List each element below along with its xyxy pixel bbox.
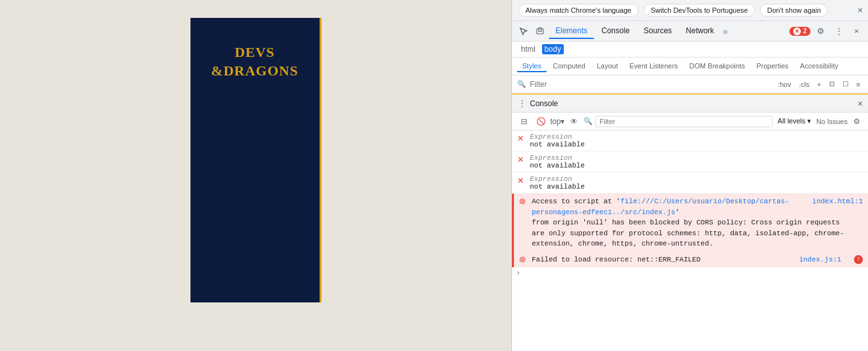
- expression-label-2: Expression: [530, 154, 863, 162]
- expression-value-3: not available: [530, 183, 863, 191]
- title-ampersand: &: [211, 63, 223, 79]
- error-badge-icon: ✕: [793, 27, 801, 35]
- tab-event-listeners[interactable]: Event Listeners: [624, 61, 683, 72]
- tab-computed[interactable]: Computed: [548, 61, 591, 72]
- console-clear-button[interactable]: 🚫: [534, 114, 548, 129]
- console-error-failed: ⊗ index.js:1 ! Failed to load resource: …: [512, 252, 868, 268]
- add-style-button[interactable]: +: [814, 79, 823, 90]
- switch-language-button[interactable]: Switch DevTools to Portuguese: [644, 4, 755, 17]
- filter-buttons: :hov .cls + ⊡ ☐ ≡: [775, 79, 863, 90]
- console-close-button[interactable]: ×: [858, 98, 863, 109]
- dont-show-again-button[interactable]: Don't show again: [760, 4, 828, 17]
- hov-button[interactable]: :hov: [775, 79, 794, 90]
- inspect-element-icon[interactable]: [516, 24, 531, 39]
- tab-layout[interactable]: Layout: [592, 61, 623, 72]
- expression-value-2: not available: [530, 162, 863, 169]
- more-style-button[interactable]: ⊡: [826, 79, 837, 90]
- title-line2: DRAGONS: [224, 63, 298, 79]
- failed-error-text: index.js:1 ! Failed to load resource: ne…: [532, 254, 863, 265]
- dom-tag-body[interactable]: body: [542, 44, 564, 54]
- expression-value-1: not available: [530, 141, 863, 148]
- console-expression-1: ✕ Expression not available: [512, 130, 868, 152]
- expression-error-icon-2: ✕: [517, 155, 524, 164]
- console-toggle-button[interactable]: ⊟: [517, 114, 531, 129]
- page-title: DEVS &DRAGONS: [211, 43, 298, 80]
- no-issues-label: No Issues: [816, 118, 848, 125]
- all-levels-button[interactable]: All levels ▾: [775, 116, 814, 127]
- tab-elements[interactable]: Elements: [549, 24, 594, 39]
- title-line1: DEVS: [235, 44, 275, 60]
- match-language-button[interactable]: Always match Chrome's language: [518, 4, 639, 17]
- console-content: ✕ Expression not available ✕ Expression …: [512, 130, 868, 351]
- styles-filter-input[interactable]: [530, 80, 771, 89]
- console-expression-3: ✕ Expression not available: [512, 173, 868, 194]
- dom-breadcrumb: html body: [512, 42, 868, 58]
- page-card: DEVS &DRAGONS: [190, 18, 322, 302]
- expression-label-1: Expression: [530, 133, 863, 141]
- devtools-close-icon[interactable]: ×: [849, 24, 864, 39]
- devtools-notification-bar: Always match Chrome's language Switch De…: [512, 0, 868, 21]
- failed-error-link[interactable]: index.js:1 !: [799, 254, 863, 265]
- console-expand-chevron[interactable]: ›: [512, 267, 868, 277]
- failed-error-icon: ⊗: [519, 254, 526, 264]
- console-title: Console: [530, 99, 558, 108]
- devtools-panel: Always match Chrome's language Switch De…: [511, 0, 868, 351]
- cors-error-icon: ⊗: [519, 196, 526, 206]
- console-eye-button[interactable]: 👁: [567, 114, 581, 129]
- expression-error-icon-3: ✕: [517, 176, 524, 185]
- toolbar-right: ✕ 2 ⚙ ⋮ ×: [789, 24, 864, 39]
- console-settings-icon[interactable]: ⚙: [850, 115, 863, 128]
- filter-icon: 🔍: [517, 80, 526, 88]
- tab-styles[interactable]: Styles: [517, 61, 546, 72]
- devtools-more-icon[interactable]: ⋮: [831, 24, 846, 39]
- cors-error-text: index.html:1 Access to script at 'file:/…: [532, 196, 863, 249]
- browser-page: DEVS &DRAGONS: [0, 0, 511, 351]
- notification-close-button[interactable]: ×: [858, 6, 863, 15]
- error-badge[interactable]: ✕ 2: [789, 27, 810, 36]
- styles-subtabs: Styles Computed Layout Event Listeners D…: [512, 58, 868, 75]
- tab-accessibility[interactable]: Accessibility: [795, 61, 844, 72]
- expression-label-3: Expression: [530, 175, 863, 183]
- dom-tag-html[interactable]: html: [518, 44, 538, 54]
- tab-console[interactable]: Console: [595, 24, 636, 39]
- scroll-style-button[interactable]: ≡: [854, 79, 863, 90]
- new-style-button[interactable]: ☐: [840, 79, 851, 90]
- console-error-cors: ⊗ index.html:1 Access to script at 'file…: [512, 194, 868, 252]
- styles-filter-bar: 🔍 :hov .cls + ⊡ ☐ ≡: [512, 75, 868, 93]
- cors-error-link[interactable]: index.html:1: [812, 196, 863, 207]
- error-circle-icon: !: [854, 255, 863, 264]
- console-top-button[interactable]: top ▾: [550, 114, 564, 129]
- tab-dom-breakpoints[interactable]: DOM Breakpoints: [685, 61, 750, 72]
- console-drag-handle[interactable]: ⋮: [517, 98, 527, 109]
- console-filter-input[interactable]: [595, 116, 773, 127]
- cls-button[interactable]: .cls: [796, 79, 812, 90]
- tab-more[interactable]: »: [722, 26, 729, 36]
- tab-properties[interactable]: Properties: [751, 61, 793, 72]
- console-expression-2: ✕ Expression not available: [512, 152, 868, 173]
- console-toolbar: ⊟ 🚫 top ▾ 👁 🔍 All levels ▾ No Issues ⚙: [512, 113, 868, 130]
- expression-error-icon-1: ✕: [517, 134, 524, 143]
- tab-network[interactable]: Network: [679, 24, 720, 39]
- cors-error-file-link[interactable]: file:///C:/Users/usuario/Desktop/cartas-…: [532, 198, 789, 216]
- devtools-settings-icon[interactable]: ⚙: [813, 24, 828, 39]
- device-toolbar-icon[interactable]: [532, 24, 548, 39]
- devtools-main-toolbar: Elements Console Sources Network » ✕ 2 ⚙…: [512, 21, 868, 42]
- console-header: ⋮ Console ×: [512, 95, 868, 113]
- error-count: 2: [803, 27, 807, 35]
- console-filter-icon: 🔍: [584, 117, 593, 125]
- tab-sources[interactable]: Sources: [637, 24, 678, 39]
